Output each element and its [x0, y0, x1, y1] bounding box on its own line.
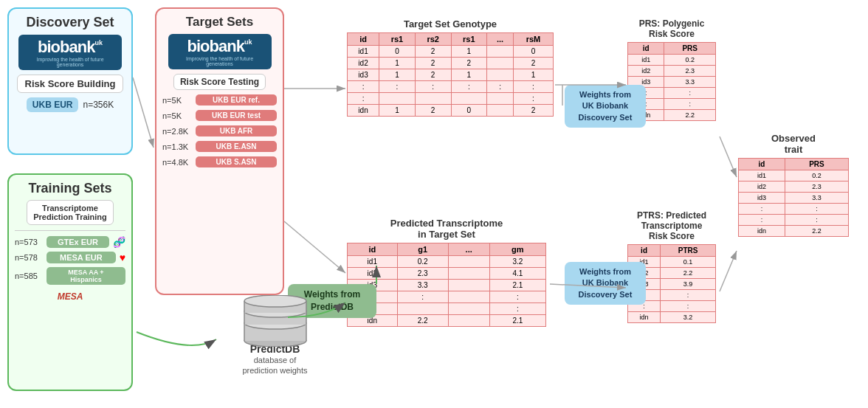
- discovery-n-value: n=356K: [83, 100, 114, 110]
- table-row: ::: [739, 215, 849, 226]
- sasn-label: UKB S.ASN: [196, 156, 277, 167]
- mesa-eur-label: MESA EUR: [46, 252, 116, 263]
- obs-col-prs: PRS: [785, 159, 848, 170]
- trans-col-id: id: [348, 243, 398, 256]
- table-row: ::: [739, 204, 849, 215]
- easn-label: UKB E.ASN: [196, 141, 277, 152]
- target-item-eur-test: n=5K UKB EUR test: [162, 110, 277, 121]
- biobank-logo: biobank uk Improving the health of futur…: [18, 35, 122, 70]
- target-sets-box: Target Sets biobank uk Improving the hea…: [155, 7, 284, 295]
- table-row: idn2.2: [739, 226, 849, 237]
- risk-score-building-box: Risk Score Building: [17, 75, 124, 93]
- prs-col-prs: PRS: [664, 43, 716, 55]
- easn-n: n=1.3K: [162, 142, 192, 151]
- divider: [15, 230, 125, 231]
- transcriptome-section: Predicted Transcriptomein Target Set id …: [347, 218, 546, 327]
- afr-n: n=2.8K: [162, 127, 192, 136]
- eur-ref-label: UKB EUR ref.: [196, 94, 277, 106]
- target-biobank-logo: biobank uk Improving the health of futur…: [168, 34, 272, 69]
- heart-icon: ♥: [120, 252, 125, 263]
- prs-title: PRS: PolygenicRisk Score: [627, 18, 716, 39]
- predictdb-section: PredictDB database ofprediction weights: [218, 295, 332, 376]
- table-row: :::: [348, 291, 546, 303]
- geno-col-rs1b: rs1: [451, 33, 487, 46]
- svg-point-6: [244, 295, 306, 307]
- mesa-eur-n: n=578: [15, 253, 43, 262]
- predictdb-cylinders: [238, 295, 312, 343]
- ptrs-title: PTRS: PredictedTranscriptomeRisk Score: [627, 210, 716, 241]
- training-item-gtex: n=573 GTEx EUR 🧬: [15, 236, 125, 248]
- training-item-mesa-eur: n=578 MESA EUR ♥: [15, 252, 125, 263]
- biobank-sub: Improving the health of future generatio…: [24, 57, 116, 67]
- table-row: id21222: [348, 58, 554, 69]
- target-biobank-text: biobank: [187, 37, 244, 56]
- genotype-section: Target Set Genotype id rs1 rs2 rs1 ... r…: [347, 18, 554, 117]
- target-sets-title: Target Sets: [186, 15, 253, 30]
- ptrs-col-id: id: [628, 245, 661, 257]
- target-item-eur-ref: n=5K UKB EUR ref.: [162, 94, 277, 106]
- geno-col-id: id: [348, 33, 379, 46]
- table-row: ::: [348, 93, 554, 105]
- trans-col-dots: ...: [448, 243, 489, 256]
- trans-col-gm: gm: [489, 243, 545, 256]
- biobank-text: biobank: [38, 38, 94, 57]
- risk-score-testing-box: Risk Score Testing: [173, 74, 266, 90]
- gtex-n: n=573: [15, 238, 43, 246]
- biobank-uk: uk: [94, 39, 103, 46]
- observed-section: Observedtrait id PRS id10.2 id22.3 id33.…: [738, 133, 849, 237]
- geno-col-rsm: rsM: [513, 33, 553, 46]
- table-row: id22.34.1: [348, 268, 546, 280]
- predictdb-subtitle: database ofprediction weights: [218, 355, 332, 376]
- obs-col-id: id: [739, 159, 785, 170]
- training-sets-box: Training Sets TranscriptomePrediction Tr…: [7, 173, 133, 391]
- prs-col-id: id: [628, 43, 664, 55]
- geno-col-rs1a: rs1: [379, 33, 416, 46]
- svg-line-17: [720, 136, 737, 177]
- table-row: id10210: [348, 46, 554, 58]
- sasn-n: n=4.8K: [162, 158, 192, 167]
- table-row: id10.2: [739, 170, 849, 181]
- observed-table: id PRS id10.2 id22.3 id33.3 :: :: idn2.2: [738, 158, 849, 237]
- transcriptome-title: Predicted Transcriptomein Target Set: [347, 218, 546, 240]
- mesa-aa-n: n=585: [15, 272, 43, 280]
- ptrs-col-ptrs: PTRS: [661, 245, 716, 257]
- svg-line-18: [720, 251, 737, 291]
- mesa-aa-label: MESA AA +Hispanics: [46, 267, 125, 285]
- gtex-label: GTEx EUR: [46, 236, 109, 248]
- table-row: idn1202: [348, 105, 554, 117]
- dna-icon: 🧬: [113, 236, 125, 248]
- weights-prs-box: Weights fromUK BiobankDiscovery Set: [565, 85, 646, 128]
- table-row: ::: [348, 303, 546, 315]
- table-row: id10.23.2: [348, 256, 546, 268]
- table-row: ::::::: [348, 81, 554, 93]
- discovery-set-title: Discovery Set: [26, 15, 114, 30]
- table-row: id31211: [348, 69, 554, 81]
- table-row: id22.3: [739, 181, 849, 193]
- target-item-easn: n=1.3K UKB E.ASN: [162, 141, 277, 152]
- diagram-container: Discovery Set biobank uk Improving the h…: [0, 0, 868, 408]
- observed-title: Observedtrait: [738, 133, 849, 155]
- target-biobank-uk: uk: [244, 38, 252, 46]
- afr-label: UKB AFR: [196, 125, 277, 136]
- ukb-eur-label: UKB EUR: [27, 97, 79, 112]
- table-row: id33.3: [739, 193, 849, 204]
- target-item-sasn: n=4.8K UKB S.ASN: [162, 156, 277, 167]
- svg-line-11: [133, 77, 154, 148]
- transcriptome-table: id g1 ... gm id10.23.2 id22.34.1 id33.32…: [347, 243, 546, 327]
- target-biobank-sub: Improving the health of future generatio…: [174, 56, 266, 66]
- transcriptome-prediction-box: TranscriptomePrediction Training: [27, 200, 114, 225]
- training-sets-title: Training Sets: [28, 181, 111, 196]
- training-item-mesa-aa: n=585 MESA AA +Hispanics: [15, 267, 125, 285]
- weights-ptrs-box: Weights fromUK BiobankDiscovery Set: [565, 262, 646, 305]
- genotype-table: id rs1 rs2 rs1 ... rsM id10210 id21222 i…: [347, 32, 554, 117]
- table-row: idn2.22.1: [348, 315, 546, 327]
- genotype-title: Target Set Genotype: [347, 18, 554, 30]
- table-row: id33.32.1: [348, 280, 546, 291]
- table-row: idn3.2: [628, 312, 716, 323]
- target-item-afr: n=2.8K UKB AFR: [162, 125, 277, 136]
- eur-ref-n: n=5K: [162, 96, 192, 105]
- eur-test-n: n=5K: [162, 111, 192, 120]
- svg-line-13: [284, 221, 345, 273]
- geno-col-rs2: rs2: [415, 33, 451, 46]
- ukb-eur-box: UKB EUR n=356K: [27, 97, 114, 112]
